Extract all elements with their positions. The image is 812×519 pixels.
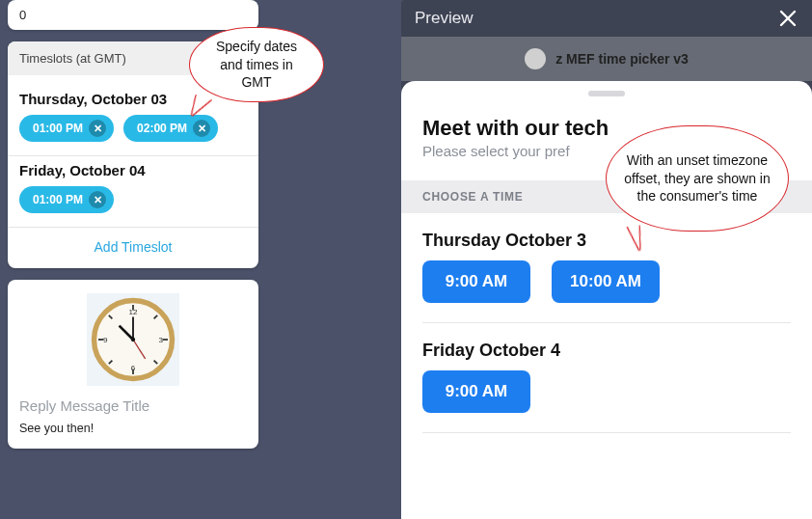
timeslot-pill[interactable]: 01:00 PM ✕ [19,115,114,142]
preview-day-label: Friday October 4 [401,323,812,370]
remove-timeslot-icon[interactable]: ✕ [89,191,106,208]
timeslot-pill-row: 01:00 PM ✕ [19,186,247,213]
timeslot-pill-time: 01:00 PM [33,122,83,135]
svg-text:6: 6 [131,364,136,372]
timeslot-day-label: Friday, October 04 [19,162,247,178]
sheet-drag-handle[interactable] [401,81,812,102]
offset-value: 0 [19,8,26,22]
remove-timeslot-icon[interactable]: ✕ [89,120,106,137]
bot-avatar-icon [525,48,546,69]
annotation-callout: Specify dates and times in GMT [189,27,324,102]
svg-point-16 [131,338,135,341]
divider [8,155,258,156]
svg-text:9: 9 [103,336,108,344]
timeslot-pill[interactable]: 01:00 PM ✕ [19,186,114,213]
preview-time-button[interactable]: 9:00 AM [422,260,530,303]
preview-time-row: 9:00 AM [401,370,812,432]
annotation-text: With an unset timezone offset, they are … [620,151,774,206]
bot-name: z MEF time picker v3 [555,51,689,67]
reply-body-text[interactable]: See you then! [19,422,247,435]
preview-time-button[interactable]: 10:00 AM [552,260,660,303]
divider [422,432,791,433]
preview-time-row: 9:00 AM 10:00 AM [401,260,812,322]
remove-timeslot-icon[interactable]: ✕ [193,120,210,137]
annotation-text: Specify dates and times in GMT [203,38,310,93]
offset-card: 0 [8,0,258,30]
reply-card: 12 3 6 9 Reply Message Title See you the… [8,280,258,449]
annotation-callout: With an unset timezone offset, they are … [606,125,789,232]
svg-text:12: 12 [129,308,138,316]
add-timeslot-link[interactable]: Add Timeslot [19,228,247,268]
svg-text:3: 3 [159,336,164,344]
clock-icon: 12 3 6 9 [87,293,179,386]
timeslot-pill-time: 02:00 PM [137,122,187,135]
clock-image-wrap: 12 3 6 9 [19,289,247,394]
preview-bot-bar: z MEF time picker v3 [401,37,812,81]
timeslot-pill-row: 01:00 PM ✕ 02:00 PM ✕ [19,115,247,142]
preview-header: Preview [401,0,812,37]
reply-title-placeholder[interactable]: Reply Message Title [19,397,247,414]
preview-time-button[interactable]: 9:00 AM [422,370,530,413]
timeslot-pill-time: 01:00 PM [33,193,83,206]
close-icon[interactable] [777,8,798,29]
timeslots-body: Thursday, October 03 01:00 PM ✕ 02:00 PM… [8,75,258,268]
preview-panel: Preview z MEF time picker v3 Meet with o… [401,0,812,519]
annotation-tail [628,225,642,251]
preview-title: Preview [415,9,473,28]
